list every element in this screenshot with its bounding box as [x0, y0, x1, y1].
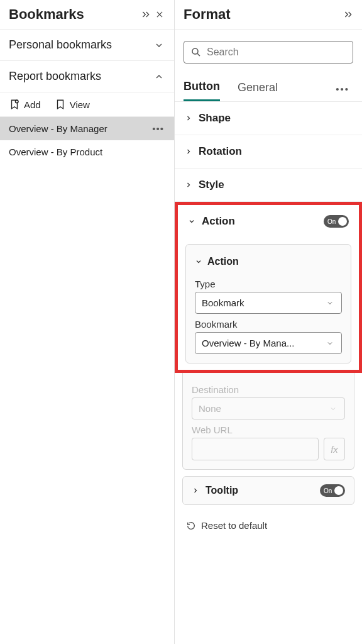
bookmarks-toolbar: Add View	[0, 92, 174, 117]
bookmark-item-label: Overview - By Manager	[9, 123, 151, 134]
type-label: Type	[195, 279, 342, 289]
bookmarks-title: Bookmarks	[9, 6, 139, 23]
destination-select: None	[192, 397, 345, 419]
bookmark-value: Overview - By Mana...	[202, 338, 326, 348]
action-card-lower: Destination None Web URL fx	[182, 373, 354, 470]
section-action[interactable]: Action On	[178, 205, 359, 238]
bookmarks-panel: Bookmarks Personal bookmarks Report book…	[0, 0, 175, 644]
report-bookmarks-section[interactable]: Report bookmarks	[0, 61, 174, 92]
close-icon[interactable]	[153, 10, 167, 19]
format-panel: Format Button General ••• Shape Rotation	[175, 0, 362, 644]
fx-button[interactable]: fx	[324, 438, 345, 460]
action-highlight-box: Action On Action Type Bookmark	[175, 202, 362, 373]
bookmarks-header: Bookmarks	[0, 0, 174, 30]
personal-bookmarks-title: Personal bookmarks	[9, 38, 154, 52]
bookmark-item-label: Overview - By Product	[9, 147, 165, 157]
format-tabs: Button General •••	[175, 72, 362, 102]
chevron-down-icon	[326, 299, 335, 307]
report-bookmarks-title: Report bookmarks	[9, 70, 154, 83]
action-card-title: Action	[207, 256, 239, 267]
chevron-down-icon	[326, 340, 335, 347]
reset-to-default-button[interactable]: Reset to default	[175, 511, 362, 540]
action-toggle[interactable]: On	[324, 215, 349, 228]
tooltip-toggle[interactable]: On	[320, 484, 345, 497]
section-label: Rotation	[199, 145, 352, 158]
svg-point-1	[192, 48, 198, 54]
tab-button[interactable]: Button	[184, 76, 220, 101]
reset-label: Reset to default	[201, 520, 267, 531]
section-rotation[interactable]: Rotation	[175, 135, 362, 169]
section-style[interactable]: Style	[175, 169, 362, 202]
weburl-row: fx	[192, 438, 345, 460]
personal-bookmarks-section[interactable]: Personal bookmarks	[0, 30, 174, 61]
search-field[interactable]	[207, 47, 346, 58]
more-icon[interactable]: •••	[151, 123, 165, 134]
view-bookmark-button[interactable]: View	[55, 99, 90, 110]
destination-label: Destination	[192, 384, 345, 395]
chevron-down-icon	[154, 40, 165, 50]
chevron-right-icon	[185, 114, 194, 122]
format-title: Format	[184, 6, 343, 23]
fx-label: fx	[331, 444, 338, 455]
search-input[interactable]	[184, 41, 353, 64]
chevron-down-icon	[329, 405, 338, 413]
destination-value: None	[199, 403, 329, 414]
section-label: Style	[199, 179, 352, 191]
bookmark-label: Bookmark	[195, 319, 342, 330]
chevron-down-icon	[188, 218, 197, 225]
chevron-up-icon	[154, 72, 165, 82]
bookmark-select[interactable]: Overview - By Mana...	[195, 332, 342, 354]
type-value: Bookmark	[202, 297, 326, 308]
chevron-right-icon	[192, 487, 200, 494]
section-tooltip[interactable]: Tooltip On	[182, 476, 354, 505]
chevron-down-icon	[195, 258, 204, 265]
action-card: Action Type Bookmark Bookmark Overview -…	[185, 244, 351, 364]
toggle-on-label: On	[324, 487, 332, 494]
tooltip-label: Tooltip	[206, 485, 320, 496]
section-label: Action	[202, 215, 324, 228]
collapse-icon[interactable]	[139, 9, 153, 19]
type-select[interactable]: Bookmark	[195, 292, 342, 314]
action-card-header[interactable]: Action	[195, 251, 342, 274]
view-label: View	[70, 99, 90, 110]
section-shape[interactable]: Shape	[175, 102, 362, 135]
weburl-label: Web URL	[192, 425, 345, 435]
chevron-right-icon	[185, 181, 194, 189]
chevron-right-icon	[185, 148, 194, 155]
format-body: Button General ••• Shape Rotation Style	[175, 30, 362, 540]
format-header: Format	[175, 0, 362, 30]
add-bookmark-button[interactable]: Add	[9, 99, 41, 110]
bookmark-item[interactable]: Overview - By Manager •••	[0, 117, 174, 140]
tabs-more-icon[interactable]: •••	[336, 84, 353, 94]
toggle-on-label: On	[327, 218, 336, 225]
collapse-icon[interactable]	[343, 9, 353, 19]
section-label: Shape	[199, 112, 352, 125]
bookmark-item[interactable]: Overview - By Product	[0, 140, 174, 164]
tab-general[interactable]: General	[238, 77, 278, 101]
add-label: Add	[24, 99, 41, 110]
weburl-input	[192, 438, 319, 460]
